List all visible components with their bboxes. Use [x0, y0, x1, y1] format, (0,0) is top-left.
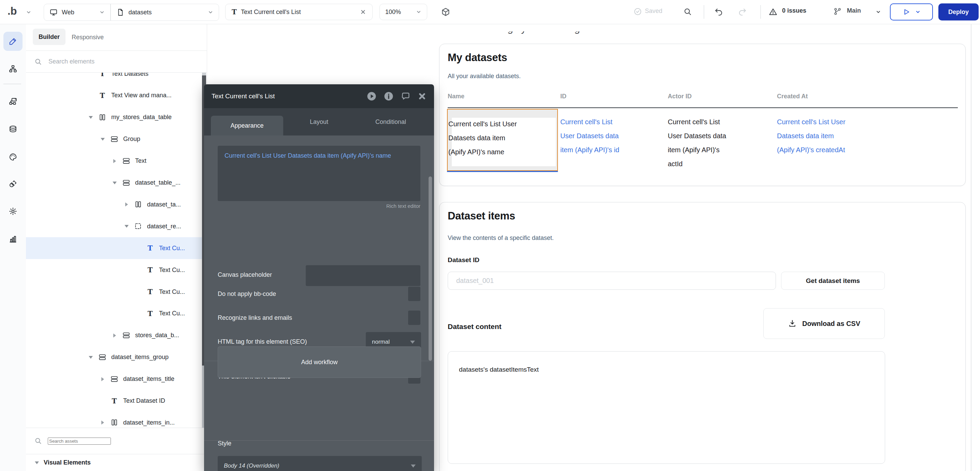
tree-item-text-cu[interactable]: TText Cu... — [26, 281, 207, 303]
tree-item-stores-data-b[interactable]: stores_data_b... — [26, 325, 207, 347]
chevron-down-icon — [99, 10, 105, 15]
divider — [3, 84, 21, 84]
chevron-right-icon[interactable] — [99, 377, 106, 381]
chart-icon[interactable] — [3, 229, 22, 248]
open-element-tab[interactable]: T Text Current cell's List — [225, 4, 372, 20]
redo-icon[interactable] — [738, 7, 747, 17]
close-icon[interactable] — [418, 92, 426, 101]
download-csv-button[interactable]: Download as CSV — [763, 308, 885, 339]
tree-item-text-cu[interactable]: TText Cu... — [26, 303, 207, 325]
canvas-scrollbar[interactable] — [971, 24, 972, 471]
search-elements-input[interactable] — [48, 58, 179, 65]
chevron-down-icon[interactable] — [111, 181, 118, 184]
style-label: Style — [218, 440, 231, 447]
dataset-id-input[interactable] — [448, 272, 776, 290]
search-assets-input[interactable] — [48, 438, 111, 445]
deploy-button[interactable]: Deploy — [939, 3, 978, 21]
chevron-down-icon[interactable] — [99, 138, 106, 141]
component-cube-icon[interactable] — [441, 7, 450, 17]
recognize-links-checkbox[interactable] — [408, 310, 420, 325]
database-icon[interactable] — [3, 120, 22, 139]
tree-item-dataset-re[interactable]: dataset_re... — [26, 215, 207, 237]
workflow-icon[interactable] — [3, 92, 22, 111]
tab-builder[interactable]: Builder — [33, 29, 65, 45]
dataset-content-label[interactable]: Dataset content — [448, 323, 501, 331]
preview-button[interactable] — [890, 3, 933, 21]
dataset-id-label[interactable]: Dataset ID — [448, 256, 479, 264]
chevron-right-icon[interactable] — [123, 202, 130, 207]
page-select[interactable]: datasets — [111, 4, 219, 21]
saved-check-icon — [633, 7, 642, 16]
tree-item-text-cu[interactable]: TText Cu... — [26, 259, 207, 281]
chevron-down-icon[interactable] — [123, 225, 130, 228]
chevron-right-icon[interactable] — [111, 159, 118, 163]
tree-item-text-cu[interactable]: TText Cu... — [26, 237, 207, 259]
canvas-placeholder-input[interactable] — [306, 265, 420, 286]
platform-select[interactable]: Web — [44, 4, 110, 21]
dataset-cell-3[interactable]: Current cell's List User Datasets data i… — [777, 115, 895, 157]
pencil-icon[interactable] — [3, 32, 22, 51]
chevron-right-icon[interactable] — [99, 420, 106, 425]
tree-item-text[interactable]: Text — [26, 150, 207, 172]
issues-badge[interactable]: 0 issues — [782, 7, 806, 14]
dataset-items-title[interactable]: Dataset items — [448, 210, 515, 222]
get-dataset-items-button[interactable]: Get dataset items — [781, 272, 885, 290]
dataset-cell-0[interactable]: Current cell's List User Datasets data i… — [449, 117, 560, 159]
palette-icon[interactable] — [3, 148, 22, 167]
gear-icon[interactable] — [3, 202, 22, 221]
tree-item-text-dataset-id[interactable]: TText Dataset ID — [26, 390, 207, 412]
info-icon[interactable] — [383, 91, 394, 101]
tab-appearance[interactable]: Appearance — [211, 116, 283, 135]
tree-item-dataset-items-group[interactable]: dataset_items_group — [26, 347, 207, 368]
dataset-cell-2[interactable]: Current cell's List User Datasets data i… — [668, 115, 770, 171]
my-datasets-card[interactable]: My datasets All your available datasets.… — [439, 44, 966, 186]
comment-icon[interactable] — [401, 91, 411, 101]
bubble-logo[interactable]: .b — [8, 5, 17, 18]
property-editor-scrollbar[interactable] — [429, 177, 432, 361]
repeating-element-icon — [134, 223, 142, 230]
tree-item-dataset-items-in[interactable]: dataset_items_in... — [26, 412, 207, 428]
dataset-items-card[interactable]: Dataset items View the contents of a spe… — [439, 202, 966, 471]
tree-item-label: Text Cu... — [159, 288, 185, 296]
property-editor-titlebar[interactable]: Text Current cell's List — [204, 84, 434, 108]
chevron-down-icon[interactable] — [88, 356, 94, 359]
dataset-items-subtitle[interactable]: View the contents of a specific dataset. — [448, 234, 554, 242]
add-workflow-button[interactable]: Add workflow — [218, 347, 421, 378]
style-dropdown[interactable]: Body 14 (Overridden) — [218, 456, 422, 471]
zoom-select[interactable]: 100% — [379, 4, 427, 20]
chevron-down-icon[interactable] — [88, 116, 94, 119]
chevron-down-icon[interactable] — [26, 10, 32, 15]
rich-text-editor-link[interactable]: Rich text editor — [386, 203, 420, 209]
chevron-right-icon[interactable] — [111, 333, 118, 337]
tab-layout[interactable]: Layout — [293, 108, 345, 135]
text-element-icon: T — [98, 73, 107, 77]
tab-conditional[interactable]: Conditional — [358, 108, 423, 135]
canvas-placeholder-label: Canvas placeholder — [218, 271, 272, 278]
property-editor: Text Current cell's List AppearanceLayou… — [204, 84, 434, 471]
tree-item-dataset-ta[interactable]: dataset_ta... — [26, 194, 207, 215]
undo-icon[interactable] — [714, 7, 724, 17]
tree-item-text-view-and-mana[interactable]: TText View and mana... — [26, 84, 207, 107]
my-datasets-subtitle[interactable]: All your available datasets. — [448, 73, 521, 80]
chevron-down-icon[interactable] — [876, 9, 881, 15]
tree-item-dataset-table[interactable]: dataset_table_... — [26, 172, 207, 194]
tree-item-text-datasets[interactable]: TText Datasets — [26, 73, 207, 84]
preview-circle-icon[interactable] — [366, 91, 377, 101]
text-expression-editor[interactable]: Current cell's List User Datasets data i… — [218, 146, 420, 201]
tree-item-dataset-items-title[interactable]: dataset_items_title — [26, 368, 207, 390]
visual-elements-section[interactable]: Visual Elements — [26, 454, 207, 471]
plug-icon[interactable] — [3, 174, 22, 194]
dataset-content-box[interactable]: datasets's datasetItemsText — [448, 351, 885, 464]
bb-code-checkbox[interactable] — [408, 287, 420, 301]
divider — [703, 5, 704, 19]
close-icon[interactable] — [360, 9, 366, 15]
sitemap-icon[interactable] — [3, 59, 22, 78]
tree-item-my-stores-data-table[interactable]: my_stores_data_table — [26, 107, 207, 128]
my-datasets-title[interactable]: My datasets — [448, 51, 507, 64]
search-icon[interactable] — [683, 7, 692, 16]
dataset-cell-1[interactable]: Current cell's List User Datasets data i… — [560, 115, 661, 157]
branch-label[interactable]: Main — [847, 7, 861, 14]
dataset-content-text[interactable]: datasets's datasetItemsText — [459, 366, 539, 373]
tab-responsive[interactable]: Responsive — [72, 24, 104, 51]
tree-item-group[interactable]: Group — [26, 128, 207, 150]
